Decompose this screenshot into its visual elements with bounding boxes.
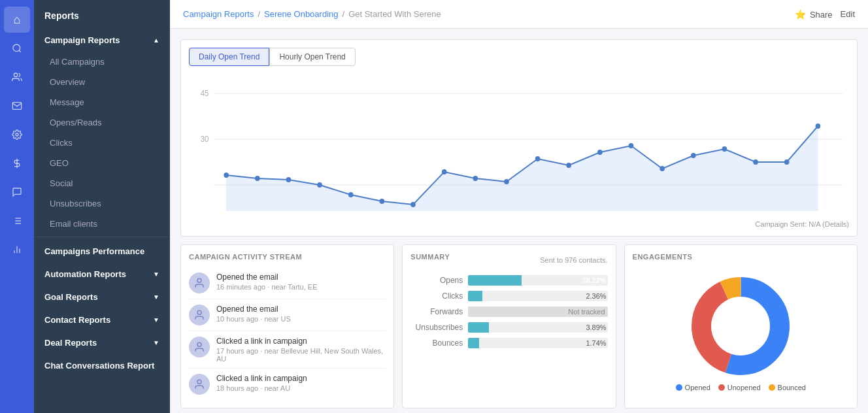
sidebar-section-automation-reports[interactable]: Automation Reports ▼	[34, 263, 170, 286]
nav-divider	[34, 237, 170, 237]
reports-icon[interactable]	[4, 237, 30, 263]
tab-hourly-open-trend[interactable]: Hourly Open Trend	[269, 48, 355, 66]
svg-point-46	[712, 297, 769, 355]
bar-bg: 38.22%	[468, 275, 607, 286]
sidebar-item-unsubscribes[interactable]: Unsubscribes	[34, 193, 170, 214]
bar-value-opens: 38.22%	[582, 275, 606, 286]
bar-value-forwards: Not tracked	[568, 308, 605, 316]
legend-label-bounced: Bounced	[778, 384, 806, 391]
bottom-panels: CAMPAIGN ACTIVITY STREAM Opened the emai…	[180, 244, 858, 408]
legend-item-bounced: Bounced	[769, 384, 806, 391]
activity-stream-panel: CAMPAIGN ACTIVITY STREAM Opened the emai…	[180, 244, 394, 408]
summary-title: SUMMARY	[410, 253, 450, 261]
activity-meta: 10 hours ago · near US	[216, 315, 291, 323]
sidebar-item-email-clients[interactable]: Email clients	[34, 214, 170, 234]
svg-point-26	[442, 169, 447, 174]
activity-item: Opened the email 10 hours ago · near US	[189, 299, 386, 331]
breadcrumb-campaign-reports[interactable]: Campaign Reports	[183, 9, 254, 19]
svg-point-32	[629, 143, 634, 148]
tab-daily-open-trend[interactable]: Daily Open Trend	[189, 48, 269, 66]
donut-chart	[688, 274, 793, 378]
chevron-down-icon: ▼	[153, 339, 159, 346]
summary-row-unsubscribes: Unsubscribes 3.89%	[410, 322, 607, 333]
sidebar-section-campaigns-performance[interactable]: Campaigns Performance	[34, 240, 170, 263]
summary-label: Unsubscribes	[410, 323, 463, 332]
sidebar-section-campaign-reports[interactable]: Campaign Reports ▲	[34, 29, 170, 52]
chevron-down-icon: ▼	[153, 316, 159, 323]
chevron-down-icon: ▼	[153, 271, 159, 278]
svg-point-22	[317, 182, 322, 188]
activity-meta: 16 minutes ago · near Tartu, EE	[216, 283, 318, 291]
activity-item: Clicked a link in campaign 17 hours ago …	[189, 331, 386, 369]
sidebar-item-all-campaigns[interactable]: All Campaigns	[34, 52, 170, 72]
share-icon: ⭐	[795, 9, 806, 20]
dollar-icon[interactable]	[4, 150, 30, 176]
search-icon[interactable]	[4, 35, 30, 61]
sidebar-section-label: Campaign Reports	[44, 35, 120, 45]
edit-button[interactable]: Edit	[841, 9, 855, 19]
contacts-icon[interactable]	[4, 64, 30, 90]
activity-content: Clicked a link in campaign 17 hours ago …	[216, 337, 386, 363]
activity-text: Opened the email	[216, 273, 318, 282]
sidebar-section-contact-reports[interactable]: Contact Reports ▼	[34, 308, 170, 331]
svg-point-39	[197, 278, 201, 282]
activity-stream-title: CAMPAIGN ACTIVITY STREAM	[189, 253, 386, 261]
svg-point-35	[722, 146, 727, 152]
activity-meta: 17 hours ago · near Bellevue Hill, New S…	[216, 347, 386, 363]
sidebar-header: Reports	[34, 0, 170, 29]
sidebar-section-label: Contact Reports	[44, 315, 110, 325]
svg-point-36	[753, 159, 758, 165]
sidebar-item-message[interactable]: Message	[34, 92, 170, 112]
svg-point-31	[597, 150, 603, 155]
bar-fill-bounces	[468, 338, 479, 348]
activity-content: Opened the email 16 minutes ago · near T…	[216, 273, 318, 291]
activity-item: Opened the email 16 minutes ago · near T…	[189, 267, 386, 299]
avatar	[189, 305, 210, 325]
legend: Opened Unopened Bounced	[676, 384, 806, 391]
svg-text:45: 45	[201, 89, 209, 97]
chevron-down-icon: ▼	[153, 293, 159, 301]
sidebar-section-label: Automation Reports	[44, 269, 126, 279]
sidebar-section-chat-conversations[interactable]: Chat Conversations Report	[34, 354, 170, 377]
home-icon[interactable]: ⌂	[4, 7, 30, 33]
sidebar-item-geo[interactable]: GEO	[34, 153, 170, 173]
svg-point-19	[224, 173, 229, 178]
list-icon[interactable]	[4, 208, 30, 234]
svg-point-2	[14, 73, 17, 76]
sidebar-item-overview[interactable]: Overview	[34, 72, 170, 92]
svg-point-37	[784, 159, 790, 165]
activity-text: Opened the email	[216, 305, 291, 314]
bar-bg: 1.74%	[468, 338, 607, 348]
chevron-up-icon: ▲	[153, 37, 159, 44]
chart-footer: Campaign Sent: N/A (Details)	[189, 220, 849, 228]
sidebar-item-opens-reads[interactable]: Opens/Reads	[34, 112, 170, 133]
sidebar-section-label: Chat Conversations Report	[44, 361, 154, 371]
share-button[interactable]: ⭐ Share	[795, 9, 832, 20]
activity-meta: 18 hours ago · near AU	[216, 384, 307, 392]
sidebar-section-goal-reports[interactable]: Goal Reports ▼	[34, 286, 170, 308]
svg-point-29	[535, 156, 541, 161]
activity-text: Clicked a link in campaign	[216, 337, 386, 346]
chart-container: 45 30	[189, 74, 849, 218]
breadcrumb-serene-onboarding[interactable]: Serene Onboarding	[264, 9, 338, 19]
svg-point-21	[286, 177, 292, 182]
sidebar-section-deal-reports[interactable]: Deal Reports ▼	[34, 331, 170, 354]
activity-content: Clicked a link in campaign 18 hours ago …	[216, 374, 307, 392]
svg-point-27	[473, 176, 478, 181]
email-icon[interactable]	[4, 93, 30, 119]
chat-icon[interactable]	[4, 179, 30, 205]
svg-point-24	[380, 199, 385, 204]
svg-point-42	[197, 380, 201, 384]
settings-icon[interactable]	[4, 122, 30, 148]
content-area: Daily Open Trend Hourly Open Trend 45 30	[170, 29, 868, 413]
engagements-panel: ENGAGEMENTS	[624, 244, 858, 408]
svg-point-3	[16, 133, 18, 136]
summary-header: SUMMARY Sent to 976 contacts.	[410, 253, 607, 267]
summary-row-bounces: Bounces 1.74%	[410, 338, 607, 348]
sidebar-item-social[interactable]: Social	[34, 173, 170, 193]
summary-label: Clicks	[410, 291, 463, 301]
avatar	[189, 374, 210, 395]
svg-point-38	[816, 124, 821, 129]
svg-point-20	[255, 176, 260, 181]
sidebar-item-clicks[interactable]: Clicks	[34, 133, 170, 153]
